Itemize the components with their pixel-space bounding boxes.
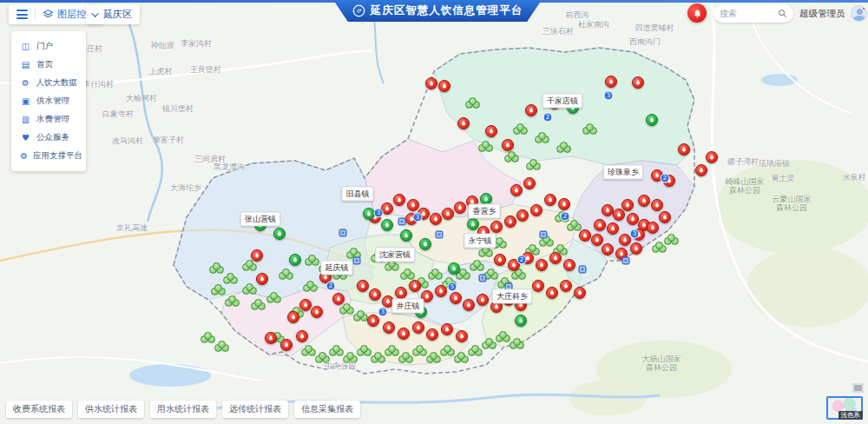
alarm-marker-icon[interactable] [549,252,562,264]
report-button-water-usage[interactable]: 用水统计报表 [150,401,216,418]
alarm-marker-icon[interactable] [369,288,381,301]
village-cluster-icon[interactable] [582,123,598,136]
cluster-count-badge[interactable]: 5 [448,282,457,292]
cluster-count-badge[interactable]: 2 [543,113,553,123]
town-label[interactable]: 张山营镇 [240,212,280,227]
alarm-marker-icon[interactable] [546,287,558,299]
alarm-marker-icon[interactable] [659,211,671,223]
alarm-marker-icon[interactable] [574,287,586,299]
alarm-marker-icon[interactable] [651,199,663,211]
town-label[interactable]: 旧县镇 [342,187,374,202]
town-label[interactable]: 珍珠泉乡 [603,165,643,180]
menu-list-icon[interactable] [16,10,28,19]
cluster-count-badge[interactable]: 2 [561,212,570,222]
village-cluster-icon[interactable] [242,283,258,295]
alarm-marker-icon[interactable] [536,259,548,271]
alarm-marker-icon[interactable] [560,280,572,292]
device-icon[interactable] [353,257,361,265]
alarm-marker-icon[interactable] [504,215,516,228]
alarm-marker-icon[interactable] [613,209,625,221]
alarm-marker-icon[interactable] [627,213,639,225]
report-button-water-supply[interactable]: 供水统计报表 [78,401,144,418]
alarm-marker-icon[interactable] [438,80,450,92]
alarm-marker-icon[interactable] [544,194,556,206]
alarm-marker-icon[interactable] [426,328,438,341]
town-label[interactable]: 香营乡 [469,204,501,219]
alarm-marker-icon[interactable] [602,204,614,216]
alarm-marker-icon[interactable] [456,330,468,342]
alarm-marker-icon[interactable] [632,76,644,89]
normal-marker-icon[interactable] [400,229,412,242]
normal-marker-icon[interactable] [467,218,479,230]
device-icon[interactable] [579,266,587,274]
device-icon[interactable] [398,218,406,226]
cluster-count-badge[interactable]: 3 [378,308,388,317]
normal-marker-icon[interactable] [448,262,460,275]
sidebar-item-home[interactable]: ▤ 首页 [11,56,86,74]
alarm-marker-icon[interactable] [605,76,617,88]
search-input[interactable] [720,9,774,18]
alarm-marker-icon[interactable] [602,243,614,255]
device-icon[interactable] [339,229,347,237]
alarm-marker-icon[interactable] [591,234,603,246]
alarm-marker-icon[interactable] [454,202,466,214]
alarm-marker-icon[interactable] [442,208,454,220]
alarm-marker-icon[interactable] [532,280,544,292]
sidebar-item-portal[interactable]: ◫ 门户 [11,37,86,56]
town-label[interactable]: 大庄科乡 [492,289,532,304]
normal-marker-icon[interactable] [381,219,393,231]
village-cluster-icon[interactable] [526,159,542,171]
report-button-data-collection[interactable]: 信息采集报表 [294,401,360,418]
alarm-marker-icon[interactable] [407,199,419,211]
village-cluster-icon[interactable] [465,97,481,109]
alarm-marker-icon[interactable] [594,219,606,231]
alarm-marker-icon[interactable] [441,323,453,335]
sidebar-item-public-service[interactable]: ♥ 公众服务 [11,129,86,147]
alarm-marker-icon[interactable] [435,285,447,297]
map-tool-icon[interactable] [852,383,864,393]
town-label[interactable]: 井庄镇 [392,299,424,314]
search-icon[interactable] [778,9,787,18]
town-label[interactable]: 沈家营镇 [375,248,415,262]
alarm-marker-icon[interactable] [502,139,514,151]
alarm-marker-icon[interactable] [621,199,634,211]
alarm-marker-icon[interactable] [332,293,345,305]
alarm-marker-icon[interactable] [530,204,542,216]
alarm-marker-icon[interactable] [695,164,707,176]
village-cluster-icon[interactable] [279,268,294,281]
village-cluster-icon[interactable] [211,284,227,296]
alarm-marker-icon[interactable] [638,195,650,207]
sidebar-item-water-fee[interactable]: ▥ 水费管理 [11,110,86,129]
alarm-marker-icon[interactable] [516,209,529,222]
alarm-marker-icon[interactable] [265,332,277,344]
normal-marker-icon[interactable] [273,228,286,240]
alarm-marker-icon[interactable] [383,321,395,334]
normal-marker-icon[interactable] [515,315,527,327]
cluster-count-badge[interactable]: 2 [326,282,336,291]
village-cluster-icon[interactable] [664,234,680,246]
normal-marker-icon[interactable] [646,114,658,126]
alarm-marker-icon[interactable] [398,328,410,340]
alarm-marker-icon[interactable] [678,143,690,156]
town-label[interactable]: 延庆镇 [321,261,353,275]
village-cluster-icon[interactable] [504,151,520,163]
alarm-marker-icon[interactable] [287,311,299,323]
alarm-marker-icon[interactable] [457,117,470,129]
alarm-marker-icon[interactable] [367,315,379,327]
alarm-marker-icon[interactable] [256,273,268,285]
alarm-marker-icon[interactable] [706,151,718,163]
alarm-marker-icon[interactable] [563,259,575,271]
sidebar-item-bigdata[interactable]: ⚙ 人饮大数据 [11,74,86,92]
village-cluster-icon[interactable] [225,295,240,308]
alarm-marker-icon[interactable] [311,306,323,318]
cluster-count-badge[interactable]: 3 [413,213,423,222]
alarm-marker-icon[interactable] [450,292,462,304]
device-icon[interactable] [436,231,444,239]
alarm-marker-icon[interactable] [494,254,506,266]
alarm-marker-icon[interactable] [412,321,424,334]
alarm-marker-icon[interactable] [525,104,537,116]
alarm-button[interactable] [687,3,707,23]
alarm-marker-icon[interactable] [490,221,503,233]
alarm-marker-icon[interactable] [485,125,497,137]
avatar[interactable] [851,5,867,22]
